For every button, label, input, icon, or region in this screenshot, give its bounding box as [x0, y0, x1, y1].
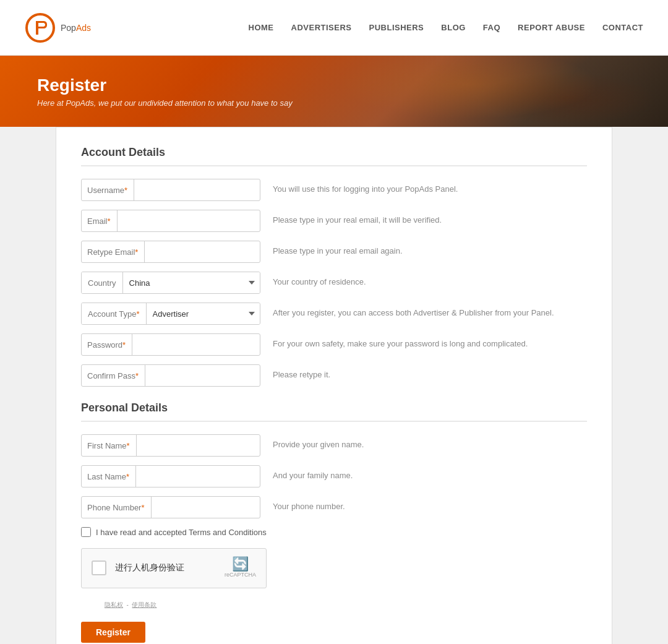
country-field-container: Country China United States United Kingd… [81, 272, 260, 294]
first-name-row: First Name* Provide your given name. [81, 434, 587, 457]
account-type-wrapper: Account Type* Advertiser Publisher [81, 303, 260, 325]
email-field-container: Email* [81, 210, 260, 232]
last-name-input-group: Last Name* [81, 465, 260, 487]
first-name-hint: Provide your given name. [260, 434, 587, 450]
page-banner: Register Here at PopAds, we put our undi… [0, 56, 668, 127]
recaptcha-container: 进行人机身份验证 🔄 reCAPTCHA 隐私权 - 使用条款 [81, 548, 587, 609]
email-row: Email* Please type in your real email, i… [81, 210, 587, 232]
terms-label[interactable]: I have read and accepted Terms and Condi… [96, 528, 267, 537]
account-type-row: Account Type* Advertiser Publisher After… [81, 303, 587, 325]
last-name-input[interactable] [81, 465, 260, 487]
last-name-hint: And your family name. [260, 465, 587, 481]
username-row: Username* You will use this for logging … [81, 179, 587, 201]
country-wrapper: Country China United States United Kingd… [81, 272, 260, 294]
account-type-label: Account Type* [82, 303, 147, 324]
nav-report-abuse[interactable]: REPORT ABUSE [518, 23, 585, 32]
phone-input-group: Phone Number* [81, 496, 260, 518]
header: PopAds HOME ADVERTISERS PUBLISHERS BLOG … [0, 0, 668, 56]
confirm-pass-row: Confirm Pass* Please retype it. [81, 364, 587, 387]
terms-checkbox[interactable] [81, 527, 91, 537]
account-type-select[interactable]: Advertiser Publisher [147, 303, 260, 324]
retype-email-input-group: Retype Email* [81, 241, 260, 263]
confirm-pass-field-container: Confirm Pass* [81, 364, 260, 387]
nav-blog[interactable]: BLOG [441, 23, 466, 32]
email-hint: Please type in your real email, it will … [260, 210, 587, 226]
main-content: Account Details Username* You will use t… [43, 127, 625, 644]
logo-icon [25, 12, 56, 43]
first-name-input[interactable] [81, 434, 260, 457]
retype-email-row: Retype Email* Please type in your real e… [81, 241, 587, 263]
confirm-pass-hint: Please retype it. [260, 364, 587, 380]
password-hint: For your own safety, make sure your pass… [260, 333, 587, 350]
confirm-pass-input-group: Confirm Pass* [81, 364, 260, 387]
recaptcha-privacy-link[interactable]: 隐私权 [105, 601, 123, 608]
username-input-group: Username* [81, 179, 260, 201]
recaptcha-box[interactable]: 进行人机身份验证 🔄 reCAPTCHA [81, 548, 267, 588]
account-details-heading: Account Details [81, 146, 587, 166]
nav-faq[interactable]: FAQ [483, 23, 500, 32]
recaptcha-links: 隐私权 - 使用条款 [105, 601, 587, 609]
main-nav: HOME ADVERTISERS PUBLISHERS BLOG FAQ REP… [249, 23, 643, 32]
nav-advertisers[interactable]: ADVERTISERS [291, 23, 352, 32]
recaptcha-icon: 🔄 [232, 557, 249, 571]
username-field-container: Username* [81, 179, 260, 201]
phone-field-container: Phone Number* [81, 496, 260, 518]
country-hint: Your country of residence. [260, 272, 587, 288]
phone-input[interactable] [81, 496, 260, 518]
retype-email-input[interactable] [81, 241, 260, 263]
retype-email-hint: Please type in your real email again. [260, 241, 587, 257]
retype-email-field-container: Retype Email* [81, 241, 260, 263]
country-select[interactable]: China United States United Kingdom Germa… [123, 272, 260, 293]
account-type-hint: After you register, you can access both … [260, 303, 587, 319]
nav-contact[interactable]: CONTACT [602, 23, 643, 32]
nav-publishers[interactable]: PUBLISHERS [369, 23, 424, 32]
email-input-group: Email* [81, 210, 260, 232]
terms-row: I have read and accepted Terms and Condi… [81, 527, 587, 537]
password-input[interactable] [81, 333, 260, 356]
confirm-pass-input[interactable] [81, 364, 260, 387]
last-name-row: Last Name* And your family name. [81, 465, 587, 487]
logo-text: PopAds [61, 23, 91, 33]
logo[interactable]: PopAds [25, 12, 91, 43]
recaptcha-text: 进行人机身份验证 [115, 562, 218, 573]
first-name-field-container: First Name* [81, 434, 260, 457]
banner-subtitle: Here at PopAds, we put our undivided att… [37, 98, 631, 108]
username-hint: You will use this for logging into your … [260, 179, 587, 195]
last-name-field-container: Last Name* [81, 465, 260, 487]
recaptcha-terms-link[interactable]: 使用条款 [132, 601, 156, 608]
account-type-field-container: Account Type* Advertiser Publisher [81, 303, 260, 325]
password-input-group: Password* [81, 333, 260, 356]
register-button[interactable]: Register [81, 622, 145, 643]
recaptcha-logo: 🔄 reCAPTCHA [225, 557, 256, 579]
email-input[interactable] [81, 210, 260, 232]
recaptcha-brand-text: reCAPTCHA [225, 571, 256, 579]
phone-hint: Your phone number. [260, 496, 587, 512]
nav-home[interactable]: HOME [249, 23, 274, 32]
phone-row: Phone Number* Your phone number. [81, 496, 587, 518]
password-row: Password* For your own safety, make sure… [81, 333, 587, 356]
username-input[interactable] [81, 179, 260, 201]
country-label: Country [82, 272, 123, 293]
personal-details-heading: Personal Details [81, 401, 587, 422]
page-title: Register [37, 75, 631, 95]
country-row: Country China United States United Kingd… [81, 272, 587, 294]
recaptcha-checkbox[interactable] [92, 560, 106, 575]
password-field-container: Password* [81, 333, 260, 356]
register-form-box: Account Details Username* You will use t… [56, 127, 612, 644]
first-name-input-group: First Name* [81, 434, 260, 457]
